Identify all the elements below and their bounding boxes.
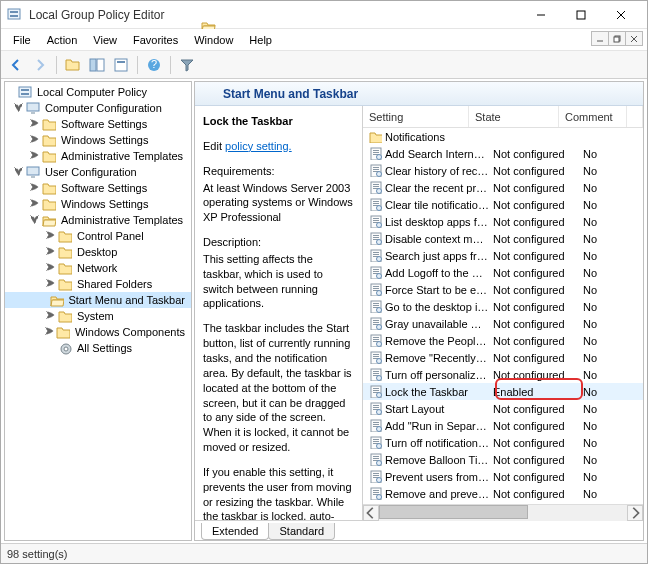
result-pane: Start Menu and Taskbar Lock the Taskbar … bbox=[194, 81, 644, 541]
window-title: Local Group Policy Editor bbox=[29, 8, 521, 22]
scroll-thumb[interactable] bbox=[379, 505, 528, 519]
setting-row[interactable]: Remove the People Bar from t...Not confi… bbox=[363, 332, 643, 349]
setting-icon bbox=[367, 180, 383, 196]
tree-admin-child[interactable]: All Settings bbox=[5, 340, 191, 356]
menu-window[interactable]: Window bbox=[186, 32, 241, 48]
setting-icon bbox=[367, 265, 383, 281]
setting-row[interactable]: List desktop apps first in the A...Not c… bbox=[363, 213, 643, 230]
setting-row[interactable]: Force Start to be either full scr...Not … bbox=[363, 281, 643, 298]
tree-admin-child[interactable]: ⮞Windows Components bbox=[5, 324, 191, 340]
tree-root[interactable]: Local Computer Policy bbox=[5, 84, 191, 100]
folder-icon bbox=[57, 276, 73, 292]
setting-row[interactable]: Add "Run in Separate Memory...Not config… bbox=[363, 417, 643, 434]
setting-row[interactable]: Remove "Recently added" list f...Not con… bbox=[363, 349, 643, 366]
menu-action[interactable]: Action bbox=[39, 32, 86, 48]
group-row[interactable]: Notifications bbox=[363, 128, 643, 145]
setting-row[interactable]: Gray unavailable Windows Inst...Not conf… bbox=[363, 315, 643, 332]
setting-row[interactable]: Start LayoutNot configuredNo bbox=[363, 400, 643, 417]
tab-extended[interactable]: Extended bbox=[201, 523, 269, 540]
tree-cc-windows[interactable]: ⮞Windows Settings bbox=[5, 132, 191, 148]
mdi-minimize[interactable] bbox=[591, 31, 609, 46]
tree-uc-admin[interactable]: ⮟Administrative Templates bbox=[5, 212, 191, 228]
tree-admin-child[interactable]: ⮞Shared Folders bbox=[5, 276, 191, 292]
col-state[interactable]: State bbox=[469, 106, 559, 127]
folder-icon bbox=[55, 324, 71, 340]
maximize-button[interactable] bbox=[561, 4, 601, 26]
svg-rect-18 bbox=[115, 59, 127, 71]
menu-bar: File Action View Favorites Window Help bbox=[1, 29, 647, 51]
folder-icon bbox=[57, 308, 73, 324]
tree-cc-software[interactable]: ⮞Software Settings bbox=[5, 116, 191, 132]
setting-icon bbox=[367, 486, 383, 502]
setting-row[interactable]: Lock the TaskbarEnabledNo bbox=[363, 383, 643, 400]
setting-row[interactable]: Add Logoff to the Start MenuNot configur… bbox=[363, 264, 643, 281]
mdi-restore[interactable] bbox=[608, 31, 626, 46]
properties-button[interactable] bbox=[110, 54, 132, 76]
setting-row[interactable]: Go to the desktop instead of St...Not co… bbox=[363, 298, 643, 315]
folder-icon bbox=[41, 148, 57, 164]
scroll-right-button[interactable] bbox=[627, 505, 643, 521]
show-hide-tree-button[interactable] bbox=[86, 54, 108, 76]
tree-cc-admin[interactable]: ⮞Administrative Templates bbox=[5, 148, 191, 164]
folder-icon bbox=[367, 129, 383, 145]
settings-rows[interactable]: Notifications Add Search Internet link t… bbox=[363, 128, 643, 504]
setting-icon bbox=[367, 418, 383, 434]
mdi-close[interactable] bbox=[625, 31, 643, 46]
setting-icon bbox=[367, 197, 383, 213]
tree-uc-windows[interactable]: ⮞Windows Settings bbox=[5, 196, 191, 212]
horizontal-scrollbar[interactable] bbox=[363, 504, 643, 520]
setting-row[interactable]: Clear the recent programs list f...Not c… bbox=[363, 179, 643, 196]
tree-uc-software[interactable]: ⮞Software Settings bbox=[5, 180, 191, 196]
tree-admin-child[interactable]: ⮞Control Panel bbox=[5, 228, 191, 244]
tab-standard[interactable]: Standard bbox=[268, 523, 335, 540]
svg-rect-19 bbox=[117, 61, 125, 63]
extended-description: Lock the Taskbar Edit policy setting. Re… bbox=[195, 106, 363, 520]
help-button[interactable]: ? bbox=[143, 54, 165, 76]
setting-row[interactable]: Clear history of recently opene...Not co… bbox=[363, 162, 643, 179]
main-area: Local Computer Policy ⮟ Computer Configu… bbox=[1, 79, 647, 543]
tree-user-config[interactable]: ⮟ User Configuration bbox=[5, 164, 191, 180]
setting-row[interactable]: Clear tile notifications during l...Not … bbox=[363, 196, 643, 213]
col-setting[interactable]: Setting bbox=[363, 106, 469, 127]
up-button[interactable] bbox=[62, 54, 84, 76]
content-title: Start Menu and Taskbar bbox=[223, 87, 358, 101]
tree-admin-child[interactable]: ⮞System bbox=[5, 308, 191, 324]
setting-icon bbox=[367, 282, 383, 298]
tree-computer-config[interactable]: ⮟ Computer Configuration bbox=[5, 100, 191, 116]
edit-policy-link[interactable]: policy setting. bbox=[225, 140, 292, 152]
gpedit-window: Local Group Policy Editor File Action Vi… bbox=[0, 0, 648, 564]
svg-rect-16 bbox=[90, 59, 96, 71]
folder-icon bbox=[57, 260, 73, 276]
folder-icon bbox=[50, 292, 64, 308]
mdi-controls bbox=[592, 31, 643, 46]
tree-admin-child[interactable]: ⮞Network bbox=[5, 260, 191, 276]
setting-row[interactable]: Turn off personalized menusNot configure… bbox=[363, 366, 643, 383]
col-comment[interactable]: Comment bbox=[559, 106, 627, 127]
setting-row[interactable]: Disable context menus in the S...Not con… bbox=[363, 230, 643, 247]
filter-button[interactable] bbox=[176, 54, 198, 76]
minimize-button[interactable] bbox=[521, 4, 561, 26]
back-button[interactable] bbox=[5, 54, 27, 76]
setting-row[interactable]: Prevent users from customizin...Not conf… bbox=[363, 468, 643, 485]
forward-button[interactable] bbox=[29, 54, 51, 76]
setting-row[interactable]: Remove Balloon Tips on Start ...Not conf… bbox=[363, 451, 643, 468]
menu-help[interactable]: Help bbox=[241, 32, 280, 48]
menu-file[interactable]: File bbox=[5, 32, 39, 48]
setting-icon bbox=[367, 350, 383, 366]
setting-row[interactable]: Add Search Internet link to Sta...Not co… bbox=[363, 145, 643, 162]
setting-row[interactable]: Remove and prevent access to...Not confi… bbox=[363, 485, 643, 502]
tree-admin-child[interactable]: ⮞Desktop bbox=[5, 244, 191, 260]
folder-icon bbox=[41, 116, 57, 132]
scroll-left-button[interactable] bbox=[363, 505, 379, 521]
content-header: Start Menu and Taskbar bbox=[195, 82, 643, 106]
settings-list: Setting State Comment Notifications Add … bbox=[363, 106, 643, 520]
setting-row[interactable]: Turn off notification area clean...Not c… bbox=[363, 434, 643, 451]
setting-row[interactable]: Search just apps from the App...Not conf… bbox=[363, 247, 643, 264]
menu-favorites[interactable]: Favorites bbox=[125, 32, 186, 48]
close-button[interactable] bbox=[601, 4, 641, 26]
menu-view[interactable]: View bbox=[85, 32, 125, 48]
tree-admin-child[interactable]: Start Menu and Taskbar bbox=[5, 292, 191, 308]
status-bar: 98 setting(s) bbox=[1, 543, 647, 563]
svg-rect-17 bbox=[97, 59, 104, 71]
console-tree[interactable]: Local Computer Policy ⮟ Computer Configu… bbox=[4, 81, 192, 541]
